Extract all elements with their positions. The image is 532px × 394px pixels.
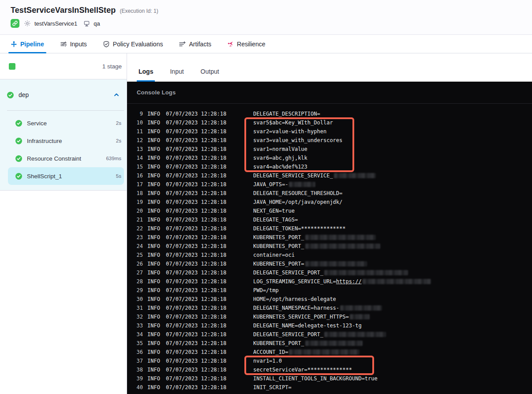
log-line: 11INFO07/07/2023 12:28:18svar2=value-wit…: [127, 127, 532, 136]
gear-icon: [24, 20, 31, 27]
log-line: 35INFO07/07/2023 12:28:18KUBERNETES_PORT…: [127, 339, 532, 348]
log-line: 40INFO07/07/2023 12:28:18INIT_SCRIPT=: [127, 383, 532, 392]
console-header[interactable]: Console Logs: [127, 82, 532, 104]
resilience-icon: [227, 41, 234, 47]
log-line: 36INFO07/07/2023 12:28:18ACCOUNT_ID=: [127, 348, 532, 356]
log-line: 37INFO07/07/2023 12:28:18nvar1=1.0: [127, 356, 532, 365]
console-title: Console Logs: [137, 89, 176, 96]
step-name-label: Service: [27, 120, 47, 127]
log-url-link[interactable]: https://: [336, 278, 362, 285]
tab-artifacts-label: Artifacts: [189, 41, 211, 48]
page-header: TestServiceVarsInShellStep (Execution Id…: [0, 0, 532, 35]
chevron-up-icon[interactable]: [113, 92, 120, 98]
log-line: 9INFO07/07/2023 12:28:18DELEGATE_DESCRIP…: [127, 109, 532, 118]
log-line: 31INFO07/07/2023 12:28:18DELEGATE_NAMESP…: [127, 304, 532, 312]
environment-icon: [83, 20, 90, 27]
execution-tree: dep Service: [0, 79, 127, 191]
policy-check-icon: [103, 41, 110, 48]
success-check-icon: [15, 173, 22, 180]
success-check-icon: [7, 92, 14, 98]
step-duration-label: 639ms: [106, 156, 121, 161]
log-line: 34INFO07/07/2023 12:28:18DELEGATE_SERVIC…: [127, 330, 532, 339]
redacted-value: [289, 182, 315, 187]
environment-name-link[interactable]: qa: [94, 20, 100, 27]
log-line: 10INFO07/07/2023 12:28:18svar5$abc=Key_W…: [127, 118, 532, 127]
tab-policy-evaluations[interactable]: Policy Evaluations: [103, 35, 163, 53]
redacted-value: [305, 341, 363, 346]
execution-tabs: Pipeline Inputs Policy Evaluations: [0, 35, 532, 53]
log-line: 22INFO07/07/2023 12:28:18DELEGATE_TOKEN=…: [127, 224, 532, 233]
step-duration-label: 2s: [116, 120, 121, 126]
step-row[interactable]: Infrastructure 2s: [8, 132, 124, 150]
log-line: 29INFO07/07/2023 12:28:18PWD=/tmp: [127, 286, 532, 295]
step-detail-tabs: Logs Input Output: [127, 53, 532, 82]
page-title: TestServiceVarsInShellStep: [11, 6, 116, 15]
log-line: 14INFO07/07/2023 12:28:18svar6=abc,ghj,k…: [127, 154, 532, 162]
log-line: 38INFO07/07/2023 12:28:18secretServiceVa…: [127, 365, 532, 374]
step-duration-label: 2s: [116, 138, 121, 143]
tab-pipeline-label: Pipeline: [20, 41, 44, 48]
service-name-link[interactable]: testVarsService1: [34, 20, 77, 27]
log-line: 20INFO07/07/2023 12:28:18NEXT_GEN=true: [127, 206, 532, 215]
redacted-value: [334, 173, 376, 178]
redacted-value: [305, 235, 376, 240]
log-line: 39INFO07/07/2023 12:28:18INSTALL_CLIENT_…: [127, 374, 532, 383]
log-line: 28INFO07/07/2023 12:28:18LOG_STREAMING_S…: [127, 277, 532, 286]
tab-policy-label: Policy Evaluations: [113, 41, 163, 48]
tab-pipeline[interactable]: Pipeline: [11, 35, 44, 53]
log-line: 30INFO07/07/2023 12:28:18HOME=/opt/harne…: [127, 295, 532, 304]
stage-summary-bar: 1 stage: [0, 53, 127, 79]
redacted-value: [289, 349, 360, 355]
log-line: 32INFO07/07/2023 12:28:18KUBERNETES_SERV…: [127, 312, 532, 321]
log-line: 16INFO07/07/2023 12:28:18DELEGATE_SERVIC…: [127, 171, 532, 180]
log-line: 25INFO07/07/2023 12:28:18container=oci: [127, 251, 532, 259]
tab-inputs[interactable]: Inputs: [60, 35, 87, 53]
stage-name-label: dep: [19, 91, 29, 98]
execution-id-label: (Execution Id: 1): [120, 8, 158, 14]
step-list: Service 2s Infrastructure 2s: [0, 114, 127, 185]
success-check-icon: [15, 138, 22, 144]
stage-status-icon: [9, 63, 15, 70]
step-duration-label: 5s: [116, 173, 121, 179]
log-line: 24INFO07/07/2023 12:28:18KUBERNETES_PORT…: [127, 242, 532, 251]
success-check-icon: [15, 120, 22, 127]
execution-sidebar: 1 stage dep: [0, 53, 127, 394]
tab-artifacts[interactable]: Artifacts: [179, 35, 211, 53]
log-line: 12INFO07/07/2023 12:28:18svar3=value_wit…: [127, 136, 532, 145]
tab-input[interactable]: Input: [168, 68, 185, 82]
stage-count-label: 1 stage: [102, 63, 122, 70]
execution-page: TestServiceVarsInShellStep (Execution Id…: [0, 0, 532, 394]
step-name-label: Infrastructure: [27, 138, 62, 144]
step-row[interactable]: Resource Constraint 639ms: [8, 150, 124, 167]
log-line: 26INFO07/07/2023 12:28:18KUBERNETES_PORT…: [127, 259, 532, 268]
step-name-label: Resource Constraint: [27, 155, 81, 162]
tab-resilience[interactable]: Resilience: [227, 35, 266, 53]
tab-inputs-label: Inputs: [70, 41, 87, 48]
log-line: 23INFO07/07/2023 12:28:18KUBERNETES_PORT…: [127, 233, 532, 242]
pipeline-icon: [11, 41, 17, 48]
service-icon: [11, 19, 19, 28]
redacted-value: [363, 279, 431, 284]
step-row[interactable]: ShellScript_1 5s: [8, 167, 124, 185]
artifacts-icon: [179, 41, 186, 48]
redacted-value: [324, 270, 408, 275]
log-line: 17INFO07/07/2023 12:28:18JAVA_OPTS=-: [127, 180, 532, 189]
tab-output[interactable]: Output: [199, 68, 221, 82]
console-log-scroll-area[interactable]: 9INFO07/07/2023 12:28:18DELEGATE_DESCRIP…: [127, 104, 532, 394]
redacted-value: [324, 332, 386, 337]
log-line: 15INFO07/07/2023 12:28:18svar4=abc%def%1…: [127, 162, 532, 171]
redacted-value: [350, 314, 370, 319]
step-row[interactable]: Service 2s: [8, 114, 124, 132]
tab-logs[interactable]: Logs: [137, 68, 155, 82]
redacted-value: [340, 305, 382, 311]
log-line: 18INFO07/07/2023 12:28:18DELEGATE_RESOUR…: [127, 189, 532, 198]
log-line: 27INFO07/07/2023 12:28:18DELEGATE_SERVIC…: [127, 268, 532, 277]
redacted-value: [305, 261, 367, 266]
step-name-label: ShellScript_1: [27, 173, 62, 180]
log-line: 33INFO07/07/2023 12:28:18DELEGATE_NAME=d…: [127, 321, 532, 330]
log-line: 21INFO07/07/2023 12:28:18DELEGATE_TAGS=: [127, 215, 532, 224]
divider: [7, 110, 124, 111]
stage-row-dep[interactable]: dep: [0, 79, 127, 110]
log-line: 13INFO07/07/2023 12:28:18svar1=normalVal…: [127, 145, 532, 154]
success-check-icon: [15, 155, 22, 162]
